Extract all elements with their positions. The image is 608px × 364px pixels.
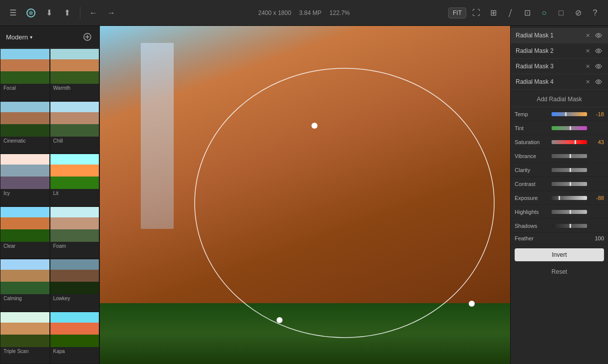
clarity-row: Clarity [511,163,608,177]
vibrance-thumb [570,154,571,158]
saturation-label: Saturation [515,139,549,145]
mask-1-visibility-icon[interactable] [594,31,603,40]
mask-3-visibility-icon[interactable] [594,62,603,71]
redo-icon[interactable]: → [104,6,118,20]
preset-label-cinematic: Cinematic [0,137,49,145]
svg-point-1 [29,11,33,15]
waterfall [141,43,174,229]
grid-view-icon[interactable]: ⊞ [486,6,500,20]
undo-icon[interactable]: ← [86,6,100,20]
rect-icon[interactable]: □ [554,6,568,20]
contrast-track [552,182,587,186]
mask-item-2[interactable]: Radial Mask 2 ✕ [511,43,608,59]
preset-category-selector[interactable]: Modern ▾ [6,33,32,41]
download-icon[interactable]: ⬇ [42,6,56,20]
mask-list: Radial Mask 1 ✕ Radial Mask 2 ✕ [511,26,608,92]
preset-item-triple-scan[interactable]: Triple Scan [0,312,50,364]
temp-value: -18 [590,111,604,117]
preset-item-cinematic[interactable]: Cinematic [0,101,50,154]
exposure-row: Exposure -88 [511,191,608,205]
reset-button[interactable]: Reset [515,265,604,278]
share-icon[interactable]: ⬆ [60,6,74,20]
saturation-slider[interactable] [552,139,587,146]
expand-icon[interactable]: ⛶ [469,6,483,20]
highlights-track [552,210,587,214]
preset-label-lowkey: Lowkey [50,294,99,303]
temp-thumb [565,112,567,116]
canvas-image [100,26,510,364]
menu-icon[interactable]: ☰ [6,6,20,20]
clarity-slider[interactable] [552,167,587,174]
preset-item-calming[interactable]: Calming [0,259,50,312]
mask-3-close-icon[interactable]: ✕ [583,62,592,71]
mask-2-visibility-icon[interactable] [594,46,603,55]
foliage [100,303,510,364]
preset-label-clear: Clear [0,242,49,250]
toolbar-right: FIT ⛶ ⊞ ⧸ ⊡ ○ □ ⊘ ? [448,6,602,20]
mask-item-1[interactable]: Radial Mask 1 ✕ [511,28,608,43]
image-megapixels: 3.84 MP [299,9,321,16]
crop-icon[interactable]: ⊡ [520,6,534,20]
ban-icon[interactable]: ⊘ [571,6,585,20]
preset-grid: Focal Warmth Cinematic Chi [0,48,99,364]
mask-1-label: Radial Mask 1 [516,32,554,39]
preset-item-foam[interactable]: Foam [50,206,100,259]
image-dimensions: 2400 x 1800 [258,9,291,16]
clarity-thumb [570,168,571,172]
temp-slider[interactable] [552,111,587,118]
shadows-row: Shadows [511,219,608,233]
compare-icon[interactable]: ⧸ [503,6,517,20]
preset-item-kapa[interactable]: Kapa [50,312,100,364]
tint-row: Tint [511,121,608,135]
exposure-label: Exposure [515,195,549,201]
highlights-slider[interactable] [552,208,587,215]
preset-label-warmth: Warmth [50,84,99,92]
vibrance-row: Vibrance [511,149,608,163]
canvas-area[interactable] [100,26,510,364]
mask-item-3[interactable]: Radial Mask 3 ✕ [511,59,608,74]
preset-item-chill[interactable]: Chill [50,101,100,154]
preset-item-clear[interactable]: Clear [0,206,50,259]
contrast-slider[interactable] [552,181,587,187]
radial-icon[interactable]: ○ [537,6,551,20]
mask-item-4[interactable]: Radial Mask 4 ✕ [511,74,608,90]
preset-item-warmth[interactable]: Warmth [50,48,100,101]
highlights-label: Highlights [515,209,549,215]
mask-1-close-icon[interactable]: ✕ [583,31,592,40]
main-layout: Modern ▾ Focal [0,26,608,364]
mask-4-close-icon[interactable]: ✕ [583,77,592,86]
preset-label-icy: Icy [0,189,49,197]
add-mask-button[interactable]: Add Radial Mask [511,92,608,107]
mask-2-actions: ✕ [583,46,603,55]
fit-button[interactable]: FIT [448,7,466,18]
preset-label-chill: Chill [50,137,99,145]
exposure-slider[interactable] [552,194,587,201]
contrast-row: Contrast [511,177,608,191]
contrast-thumb [570,182,571,186]
vibrance-label: Vibrance [515,153,549,159]
preset-item-lit[interactable]: Lit [50,154,100,206]
add-preset-button[interactable] [81,31,93,43]
mask-4-visibility-icon[interactable] [594,77,603,86]
shadows-slider[interactable] [552,222,587,229]
vibrance-slider[interactable] [552,153,587,160]
help-icon[interactable]: ? [588,6,602,20]
adjustments-panel: Temp -18 Tint Sat [511,107,608,364]
image-zoom: 122.7% [329,9,350,16]
tint-slider[interactable] [552,125,587,132]
mask-4-actions: ✕ [583,77,603,86]
preset-item-icy[interactable]: Icy [0,154,50,206]
svg-point-7 [598,65,600,67]
invert-button[interactable]: Invert [515,248,604,261]
vibrance-track [552,154,587,158]
exposure-track [552,196,587,200]
svg-point-8 [598,81,600,83]
mask-2-close-icon[interactable]: ✕ [583,46,592,55]
tint-track [552,126,587,130]
clarity-track [552,168,587,172]
preset-label-foam: Foam [50,242,99,250]
temp-track [552,112,587,116]
preset-category-label: Modern [6,33,28,41]
preset-item-focal[interactable]: Focal [0,48,50,101]
preset-item-lowkey[interactable]: Lowkey [50,259,100,312]
